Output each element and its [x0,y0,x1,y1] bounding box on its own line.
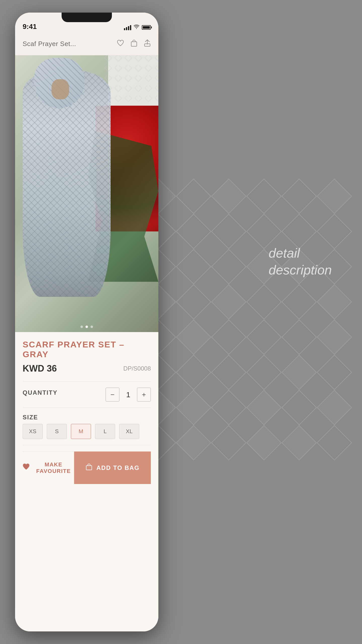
favourite-button-label: MAKE FAVOURITE [33,461,74,474]
diamond-cell [281,390,317,425]
phone-device: 9:41 Scaf Prayer S [15,13,158,631]
product-price-row: KWD 36 DP/S0008 [23,363,151,374]
size-button-m[interactable]: M [71,424,91,439]
diamond-cell [211,354,246,390]
diamond-cell [246,354,282,390]
size-button-xs[interactable]: XS [23,424,43,439]
diamond-cell [246,284,282,319]
quantity-value: 1 [124,390,132,399]
heart-nav-icon[interactable] [117,39,124,48]
diamond-cell [246,319,282,355]
diamond-cell [316,284,352,319]
detail-description: detail description [269,245,332,279]
diamond-cell [176,214,211,249]
add-to-bag-button[interactable]: ADD TO BAG [74,452,151,484]
diamond-cell [176,354,211,390]
status-icons [124,24,151,31]
size-options: XS S M L XL [23,424,151,439]
signal-bars-icon [124,25,131,30]
diamond-cell [281,214,317,249]
diamond-cell [176,319,211,355]
product-info-section: SCARF PRAYER SET – GRAY KWD 36 DP/S0008 … [15,332,158,631]
diamond-cell [211,390,246,425]
add-to-bag-label: ADD TO BAG [97,464,140,471]
diamond-cell [281,178,317,214]
diamond-cell [281,354,317,390]
size-button-s[interactable]: S [47,424,67,439]
diamond-cell [281,284,317,319]
heart-icon [23,464,30,472]
diamond-cell [316,354,352,390]
product-price: KWD 36 [23,363,57,374]
status-time: 9:41 [23,23,37,31]
bag-nav-icon[interactable] [130,39,138,49]
diamond-cell [211,249,246,284]
diamond-cell [316,390,352,425]
diamond-cell [316,214,352,249]
background-decoration [136,0,362,644]
make-favourite-button[interactable]: MAKE FAVOURITE [23,452,74,484]
phone-notch [62,13,112,22]
diamond-cell [281,319,317,355]
image-dots [80,326,93,328]
nav-icons [117,39,151,49]
wifi-icon [134,24,139,31]
diamond-cell [281,425,317,460]
divider-2 [23,408,151,408]
size-section: SIZE XS S M L XL [23,414,151,439]
divider-3 [23,445,151,445]
diamond-cell [176,390,211,425]
quantity-label: QUANTITY [23,389,58,396]
diamond-cell [176,425,211,460]
diamond-cell [211,425,246,460]
size-label: SIZE [23,414,38,421]
divider-1 [23,381,151,382]
dot-3 [90,326,93,328]
nav-title: Scaf Prayer Set... [23,40,76,48]
diamond-cell [316,425,352,460]
quantity-controls: − 1 + [106,388,151,401]
quantity-decrease-button[interactable]: − [106,388,119,401]
product-sku: DP/S0008 [123,365,151,372]
face-shape [52,79,69,99]
action-buttons: MAKE FAVOURITE ADD TO BAG [23,451,151,484]
product-name: SCARF PRAYER SET – GRAY [23,340,151,359]
size-button-l[interactable]: L [95,424,115,439]
diamond-cell [316,319,352,355]
diamond-cell [246,214,282,249]
battery-icon [142,25,151,30]
bag-icon [85,463,93,472]
diamond-cell [211,319,246,355]
diamond-cell [176,178,211,214]
svg-rect-4 [86,466,92,470]
diamond-cell [246,425,282,460]
diamond-grid [146,184,352,460]
quantity-row: QUANTITY − 1 + [23,388,151,401]
diamond-cell [176,284,211,319]
product-image [15,55,158,332]
diamond-cell [246,178,282,214]
size-button-xl[interactable]: XL [119,424,139,439]
navigation-bar: Scaf Prayer Set... [15,33,158,55]
diamond-cell [211,178,246,214]
dot-1 [80,326,83,328]
dot-2 [85,326,88,328]
product-image-bg [15,55,158,332]
diamond-cell [316,178,352,214]
diamond-cell [176,249,211,284]
diamond-cell [211,214,246,249]
diamond-cell [211,284,246,319]
share-nav-icon[interactable] [144,39,151,49]
svg-rect-0 [131,42,137,46]
diamond-cell [246,390,282,425]
quantity-increase-button[interactable]: + [137,388,151,401]
